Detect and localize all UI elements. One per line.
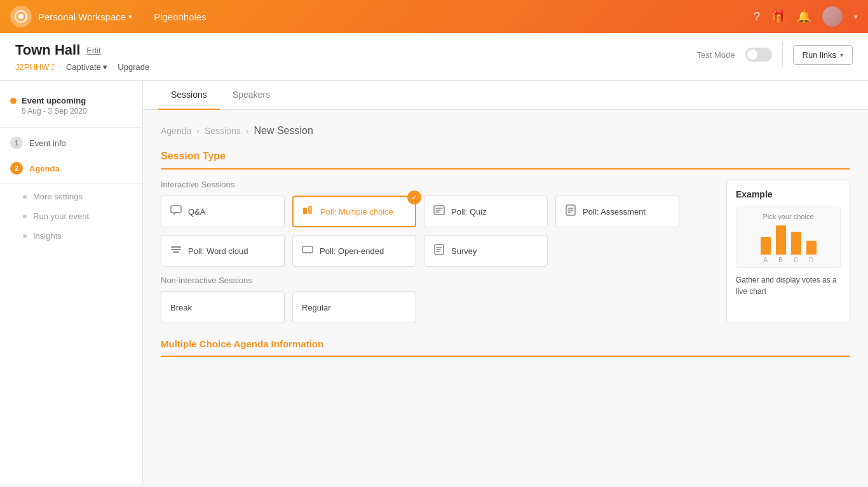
session-card-poll-word-cloud[interactable]: Poll: Word cloud	[161, 235, 285, 267]
tab-sessions[interactable]: Sessions	[158, 81, 220, 110]
meta-separator-1: ·	[59, 61, 62, 72]
captivate-chevron: ▾	[103, 62, 107, 72]
session-card-poll-quiz[interactable]: Poll: Quiz	[424, 196, 548, 227]
sub-header: Town Hall Edit J2PHHW ⤴ · Captivate ▾ · …	[0, 33, 868, 81]
event-meta: J2PHHW ⤴ · Captivate ▾ · Upgrade	[15, 61, 149, 72]
sidebar-label-run-event: Run your event	[33, 211, 89, 221]
session-card-qa[interactable]: Q&A	[161, 196, 285, 227]
example-title: Example	[736, 189, 841, 199]
poll-open-ended-icon	[302, 244, 313, 258]
bar-label-d: D	[809, 257, 813, 264]
breadcrumb-sep-1: ›	[196, 126, 200, 136]
session-type-title: Session Type	[161, 150, 850, 170]
interactive-sessions-grid: Q&A ✓ Poll: Multiple choice	[161, 196, 714, 267]
qa-icon	[170, 204, 182, 218]
survey-label: Survey	[451, 246, 477, 256]
bar-label-a: A	[763, 257, 768, 264]
main-content-row: Interactive Sessions Q&A ✓	[161, 180, 850, 323]
break-label: Break	[170, 303, 192, 312]
selected-check: ✓	[407, 190, 421, 204]
sub-header-actions: Test Mode Run links ▾	[697, 42, 853, 67]
breadcrumb-sessions[interactable]: Sessions	[205, 126, 241, 136]
workspace-selector[interactable]: Personal Workspace ▾	[38, 11, 132, 22]
sidebar-item-more-settings[interactable]: More settings	[0, 187, 142, 206]
breadcrumb-agenda[interactable]: Agenda	[161, 126, 191, 136]
bottom-section: Multiple Choice Agenda Information	[161, 338, 850, 357]
session-card-poll-open-ended[interactable]: Poll: Open-ended	[292, 235, 416, 267]
bar-label-b: B	[778, 257, 783, 264]
sidebar-label-agenda: Agenda	[29, 164, 60, 173]
sidebar-label-insights: Insights	[33, 231, 62, 241]
poll-open-ended-label: Poll: Open-ended	[320, 246, 384, 256]
svg-rect-2	[171, 206, 181, 213]
more-settings-dot	[23, 195, 27, 199]
sidebar-item-agenda[interactable]: 2 Agenda	[0, 156, 142, 181]
qa-label: Q&A	[188, 207, 205, 217]
agenda-badge: 2	[10, 162, 23, 175]
session-card-break[interactable]: Break	[161, 291, 285, 323]
test-mode-toggle[interactable]	[745, 48, 772, 62]
gift-icon[interactable]: 🎁	[771, 10, 785, 23]
upgrade-link[interactable]: Upgrade	[118, 62, 149, 72]
poll-word-cloud-icon	[170, 244, 182, 257]
survey-icon	[433, 244, 445, 258]
poll-multiple-label: Poll: Multiple choice	[320, 207, 393, 217]
event-status: Event upcoming 5 Aug - 3 Sep 2020	[0, 91, 142, 124]
meta-separator-2: ·	[111, 61, 114, 72]
non-interactive-label: Non-interactive Sessions	[161, 276, 714, 285]
poll-quiz-icon	[433, 204, 445, 218]
bar-a	[761, 237, 771, 255]
user-menu-chevron[interactable]: ▾	[854, 13, 858, 21]
event-code[interactable]: J2PHHW ⤴	[15, 62, 55, 72]
captivate-link[interactable]: Captivate ▾	[66, 62, 107, 72]
session-card-survey[interactable]: Survey	[424, 235, 548, 267]
bottom-section-title: Multiple Choice Agenda Information	[161, 338, 850, 357]
avatar[interactable]	[822, 6, 843, 27]
poll-word-cloud-label: Poll: Word cloud	[188, 246, 248, 256]
poll-quiz-label: Poll: Quiz	[451, 207, 487, 217]
session-card-poll-multiple[interactable]: ✓ Poll: Multiple choice	[292, 196, 416, 227]
sidebar-item-insights[interactable]: Insights	[0, 226, 142, 246]
status-dot	[10, 98, 17, 104]
bar-col-b: B	[776, 225, 786, 264]
tabs-bar: Sessions Speakers	[143, 81, 868, 110]
session-card-regular[interactable]: Regular	[292, 291, 416, 323]
non-interactive-row: Break Regular	[161, 291, 714, 323]
app-name: Pigeonholes	[154, 11, 207, 22]
run-event-dot	[23, 215, 27, 218]
session-types-col: Interactive Sessions Q&A ✓	[161, 180, 714, 323]
bell-icon[interactable]: 🔔	[797, 10, 811, 23]
sidebar-label-event-info: Event info	[29, 138, 66, 148]
run-links-dropdown-arrow: ▾	[840, 51, 843, 58]
edit-link[interactable]: Edit	[86, 46, 100, 55]
chart-label: Pick your choice	[743, 213, 834, 220]
workspace-chevron: ▾	[128, 13, 132, 21]
sidebar-item-event-info[interactable]: 1 Event info	[0, 130, 142, 156]
chart-bars: A B C D	[743, 225, 834, 264]
share-icon: ⤴	[51, 62, 55, 72]
session-card-poll-assessment[interactable]: Poll: Assessment	[555, 196, 679, 227]
run-links-button[interactable]: Run links ▾	[793, 45, 853, 65]
test-mode-label: Test Mode	[697, 50, 735, 60]
poll-assessment-label: Poll: Assessment	[583, 207, 646, 217]
event-info-badge: 1	[10, 137, 23, 149]
bar-col-d: D	[806, 241, 817, 264]
poll-multiple-icon	[302, 204, 314, 218]
insights-dot	[23, 234, 27, 238]
bar-col-c: C	[791, 232, 801, 264]
svg-rect-7	[302, 246, 313, 253]
bar-d	[806, 241, 817, 255]
sidebar-divider-2	[0, 183, 142, 184]
svg-rect-4	[308, 206, 312, 214]
sidebar-item-run-event[interactable]: Run your event	[0, 206, 142, 226]
bar-c	[791, 232, 801, 255]
bar-col-a: A	[761, 237, 771, 264]
svg-point-1	[18, 14, 24, 19]
poll-assessment-icon	[565, 204, 576, 218]
bar-b	[776, 225, 786, 255]
sidebar-divider-1	[0, 127, 142, 128]
status-text: Event upcoming	[22, 96, 86, 105]
tab-speakers[interactable]: Speakers	[220, 81, 283, 110]
help-icon[interactable]: ?	[754, 10, 760, 23]
example-description: Gather and display votes as a live chart	[736, 274, 841, 297]
